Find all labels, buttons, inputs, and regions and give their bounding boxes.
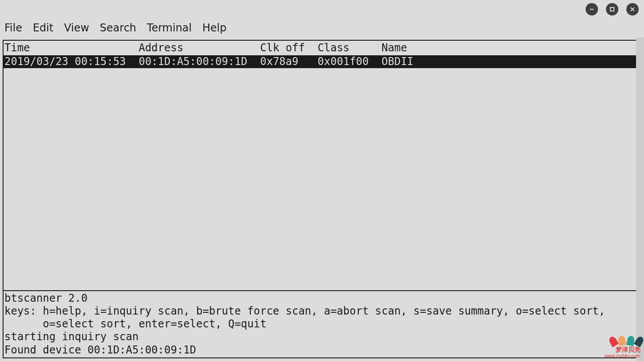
cell-class: 0x001f00 — [318, 55, 369, 68]
col-class: Class — [318, 42, 349, 54]
scrollbar[interactable] — [636, 37, 644, 361]
titlebar — [0, 0, 644, 19]
svg-rect-1 — [610, 8, 614, 11]
status-panel: btscanner 2.0 keys: h=help, i=inquiry sc… — [3, 291, 641, 358]
col-time: Time — [4, 42, 30, 54]
terminal-body[interactable]: Time Address Clk off Class Name 2019/03/… — [0, 37, 644, 361]
status-line-version: btscanner 2.0 — [4, 292, 88, 304]
menu-terminal[interactable]: Terminal — [147, 22, 192, 34]
menu-view[interactable]: View — [64, 22, 89, 34]
menu-edit[interactable]: Edit — [33, 22, 53, 34]
cell-address: 00:1D:A5:00:09:1D — [138, 55, 247, 68]
maximize-button[interactable] — [606, 3, 618, 15]
status-line-keys1: keys: h=help, i=inquiry scan, b=brute fo… — [4, 305, 605, 317]
col-clkoff: Clk off — [260, 42, 305, 54]
cell-clkoff: 0x78a9 — [260, 55, 299, 68]
menu-help[interactable]: Help — [203, 22, 227, 34]
close-button[interactable] — [626, 3, 639, 15]
menu-search[interactable]: Search — [100, 22, 136, 34]
cell-name: OBDII — [382, 55, 414, 68]
cell-time: 2019/03/23 00:15:53 — [4, 55, 126, 68]
watermark-text1: 梦泽贝壳 — [605, 346, 640, 353]
col-address: Address — [138, 42, 183, 54]
status-line-action: starting inquiry scan — [4, 330, 138, 343]
maximize-icon — [609, 6, 615, 12]
menu-file[interactable]: File — [4, 22, 22, 34]
table-row[interactable]: 2019/03/23 00:15:53 00:1D:A5:00:09:1D 0x… — [4, 55, 640, 68]
col-name: Name — [382, 42, 407, 54]
watermark: 梦泽贝壳 www.mzbky.com — [605, 336, 640, 358]
close-icon — [629, 6, 636, 12]
watermark-logo-icon — [605, 336, 640, 346]
table-header-row: Time Address Clk off Class Name — [4, 41, 640, 55]
device-list-panel: Time Address Clk off Class Name 2019/03/… — [3, 40, 641, 291]
minimize-button[interactable] — [586, 3, 598, 15]
menubar: File Edit View Search Terminal Help — [0, 19, 644, 37]
status-line-found: Found device 00:1D:A5:00:09:1D — [4, 344, 196, 356]
status-line-keys2: o=select sort, enter=select, Q=quit — [4, 318, 266, 330]
watermark-text2: www.mzbky.com — [605, 353, 640, 358]
minimize-icon — [589, 6, 595, 12]
